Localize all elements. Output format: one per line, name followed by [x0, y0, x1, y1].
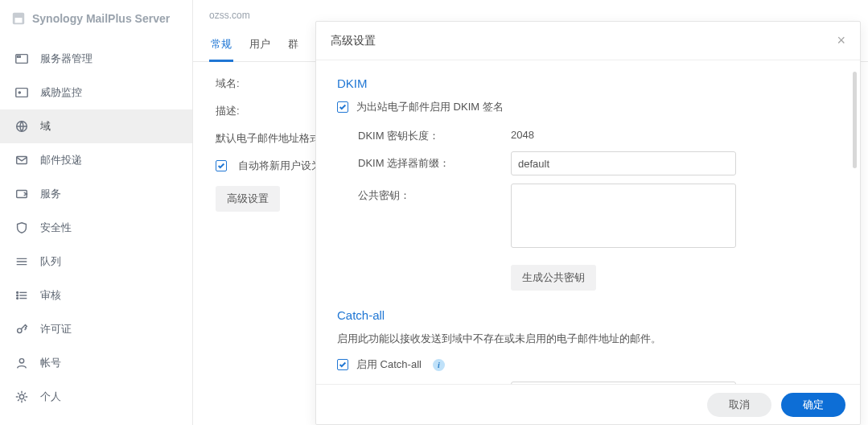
section-dkim-title: DKIM	[337, 76, 839, 90]
auto-new-user-label: 自动将新用户设为	[238, 159, 322, 173]
sidebar-item-audit[interactable]: 审核	[0, 279, 192, 312]
tab-general[interactable]: 常规	[209, 29, 233, 62]
list-icon	[14, 288, 29, 303]
sidebar-item-queue[interactable]: 队列	[0, 245, 192, 279]
tab-group[interactable]: 群	[286, 29, 300, 61]
app-header: Synology MailPlus Server	[0, 0, 192, 39]
sidebar-item-label: 服务器管理	[40, 52, 93, 66]
ok-button[interactable]: 确定	[781, 393, 845, 417]
catchall-enable-row: 启用 Catch-all i	[337, 357, 839, 372]
svg-point-13	[19, 359, 23, 363]
section-catchall-title: Catch-all	[337, 308, 839, 322]
sidebar-item-threat[interactable]: 威胁监控	[0, 76, 192, 109]
shield-icon	[14, 221, 29, 235]
sidebar-item-personal[interactable]: 个人	[0, 380, 192, 414]
sidebar-item-security[interactable]: 安全性	[0, 211, 192, 245]
cancel-button[interactable]: 取消	[707, 393, 771, 417]
row-dkim-selector: DKIM 选择器前缀：	[358, 151, 839, 175]
sidebar-item-server-mgmt[interactable]: 服务器管理	[0, 42, 192, 76]
generate-pubkey-button[interactable]: 生成公共密钥	[511, 265, 596, 291]
sidebar: Synology MailPlus Server 服务器管理 威胁监控 域 邮件…	[0, 0, 193, 425]
svg-rect-4	[16, 89, 27, 97]
sidebar-item-label: 安全性	[40, 221, 72, 235]
sidebar-item-label: 威胁监控	[40, 85, 82, 100]
desc-label: 描述:	[216, 104, 240, 118]
svg-point-9	[17, 292, 19, 294]
catchall-mailbox-select[interactable]	[511, 382, 736, 384]
advanced-settings-modal: 高级设置 × DKIM 为出站电子邮件启用 DKIM 签名 DKIM 密钥长度：…	[315, 21, 861, 425]
key-icon	[14, 322, 29, 336]
checkbox-dkim-enable[interactable]	[337, 101, 348, 113]
sidebar-item-label: 个人	[40, 390, 61, 404]
app-root: Synology MailPlus Server 服务器管理 威胁监控 域 邮件…	[0, 0, 868, 425]
sidebar-item-label: 邮件投递	[40, 153, 82, 167]
sidebar-item-account[interactable]: 帐号	[0, 346, 192, 380]
app-title: Synology MailPlus Server	[32, 12, 170, 25]
tab-user[interactable]: 用户	[248, 29, 272, 61]
dkim-fields: DKIM 密钥长度： 2048 DKIM 选择器前缀： 公共密钥： 生成公共密钥	[337, 124, 839, 291]
gear-icon	[14, 390, 29, 404]
catchall-enable-label: 启用 Catch-all	[356, 357, 422, 372]
dkim-pubkey-textarea[interactable]	[511, 184, 736, 248]
sidebar-item-service[interactable]: 服务	[0, 177, 192, 211]
sidebar-item-label: 帐号	[40, 356, 61, 370]
user-icon	[14, 356, 29, 370]
sidebar-item-label: 服务	[40, 187, 61, 201]
dkim-keylen-label: DKIM 密钥长度：	[358, 124, 511, 143]
sidebar-item-label: 审核	[40, 288, 61, 303]
row-catchall-mailbox: 指定 Catch-all 邮箱：	[358, 382, 839, 384]
logo-icon	[11, 11, 26, 26]
catchall-fields: 指定 Catch-all 邮箱：	[337, 382, 839, 384]
checkbox-catchall-enable[interactable]	[337, 359, 348, 370]
svg-point-14	[19, 394, 23, 398]
svg-rect-3	[18, 56, 21, 57]
svg-rect-7	[17, 157, 27, 164]
advanced-settings-button[interactable]: 高级设置	[216, 186, 280, 212]
catchall-mailbox-label: 指定 Catch-all 邮箱：	[358, 382, 511, 384]
dkim-pubkey-label: 公共密钥：	[358, 184, 511, 203]
modal-body: DKIM 为出站电子邮件启用 DKIM 签名 DKIM 密钥长度： 2048 D…	[316, 60, 860, 384]
sidebar-item-delivery[interactable]: 邮件投递	[0, 143, 192, 177]
delivery-icon	[14, 153, 29, 167]
sidebar-item-label: 许可证	[40, 322, 72, 336]
row-dkim-keylen: DKIM 密钥长度： 2048	[358, 124, 839, 143]
row-dkim-gen: 生成公共密钥	[358, 258, 839, 291]
modal-header: 高级设置 ×	[316, 22, 860, 60]
modal-footer: 取消 确定	[316, 384, 860, 424]
svg-rect-1	[15, 18, 23, 23]
threat-icon	[14, 85, 29, 100]
domain-label: 域名:	[216, 76, 240, 91]
svg-point-11	[17, 298, 19, 299]
dkim-enable-label: 为出站电子邮件启用 DKIM 签名	[356, 100, 504, 114]
close-icon[interactable]: ×	[837, 32, 845, 49]
sidebar-items: 服务器管理 威胁监控 域 邮件投递 服务 安全性	[0, 39, 192, 414]
default-alias-label: 默认电子邮件地址格式:	[216, 131, 323, 146]
main-area: ozss.com 常规 用户 群 域名: 描述: 默认电子邮件地址格式: 自动将…	[193, 0, 868, 425]
row-dkim-pubkey: 公共密钥：	[358, 184, 839, 250]
sidebar-item-license[interactable]: 许可证	[0, 312, 192, 346]
dkim-selector-input[interactable]	[511, 151, 736, 175]
service-icon	[14, 187, 29, 201]
svg-point-5	[19, 92, 20, 93]
globe-icon	[14, 119, 29, 134]
scrollbar-thumb[interactable]	[853, 72, 857, 168]
info-icon[interactable]: i	[433, 359, 445, 371]
sidebar-item-domain[interactable]: 域	[0, 109, 192, 143]
svg-point-10	[17, 295, 19, 296]
dkim-selector-label: DKIM 选择器前缀：	[358, 151, 511, 171]
queue-icon	[14, 254, 29, 269]
dkim-keylen-value: 2048	[511, 124, 839, 141]
dkim-enable-row: 为出站电子邮件启用 DKIM 签名	[337, 100, 839, 114]
modal-title: 高级设置	[331, 34, 376, 48]
sidebar-item-label: 域	[40, 119, 51, 134]
server-icon	[14, 52, 29, 66]
catchall-desc: 启用此功能以接收发送到域中不存在或未启用的电子邮件地址的邮件。	[337, 332, 839, 346]
sidebar-item-label: 队列	[40, 254, 61, 269]
checkbox-auto-new-user[interactable]	[216, 160, 227, 171]
svg-rect-8	[17, 191, 27, 198]
